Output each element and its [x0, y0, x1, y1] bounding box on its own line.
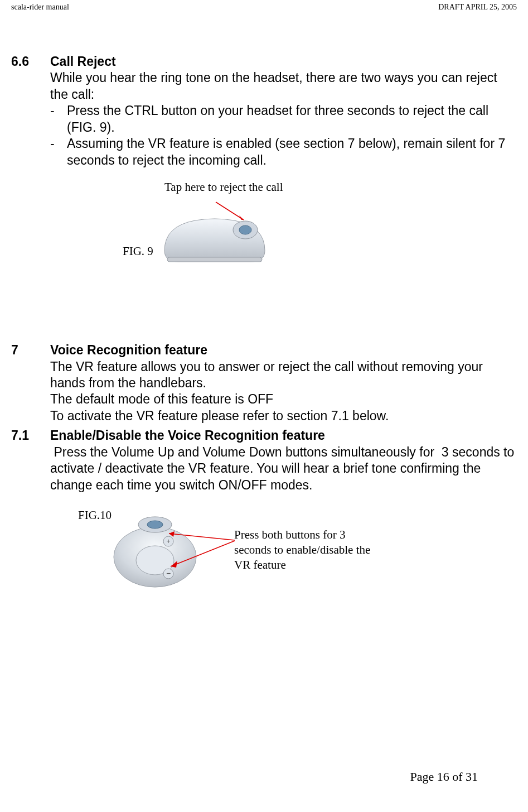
svg-text:+: +: [166, 537, 170, 545]
svg-text:−: −: [166, 569, 171, 578]
figure-9-label: FIG. 9: [123, 244, 153, 259]
section-number-7: 7: [11, 342, 50, 358]
section-title-vr-feature: Voice Recognition feature: [50, 342, 207, 358]
headset-device-illustration: [162, 210, 268, 266]
figure-10-area: FIG.10 Press both buttons for 3 seconds …: [50, 508, 440, 619]
section-7-line-1: The VR feature allows you to answer or r…: [50, 359, 517, 392]
figure-9-area: Tap here to reject the call FIG. 9: [50, 180, 346, 280]
bullet-dash: -: [50, 103, 67, 136]
figure-10-label: FIG.10: [78, 508, 112, 523]
header-left: scala-rider manual: [11, 3, 69, 12]
section-title-enable-disable-vr: Enable/Disable the Voice Recognition fea…: [50, 427, 325, 444]
section-7-line-3: To activate the VR feature please refer …: [50, 408, 517, 424]
svg-rect-4: [167, 257, 262, 262]
section-6-6-bullet-2: Assuming the VR feature is enabled (see …: [67, 136, 517, 169]
header-right: DRAFT APRIL 25, 2005: [438, 3, 517, 12]
svg-point-3: [239, 225, 251, 234]
page-footer: Page 16 of 31: [410, 770, 478, 784]
headset-device-front-illustration: + −: [110, 513, 200, 592]
section-6-6-bullet-1: Press the CTRL button on your headset fo…: [67, 103, 517, 136]
svg-point-7: [147, 521, 163, 528]
section-7-1-body: Press the Volume Up and Volume Down butt…: [50, 444, 517, 493]
bullet-dash: -: [50, 136, 67, 169]
section-6-6-intro: While you hear the ring tone on the head…: [50, 70, 517, 103]
section-number-7-1: 7.1: [11, 427, 50, 444]
section-number-6-6: 6.6: [11, 54, 50, 70]
figure-9-caption: Tap here to reject the call: [164, 180, 293, 195]
section-title-call-reject: Call Reject: [50, 54, 116, 70]
figure-10-caption: Press both buttons for 3 seconds to enab…: [234, 527, 379, 573]
section-7-line-2: The default mode of this feature is OFF: [50, 391, 517, 407]
